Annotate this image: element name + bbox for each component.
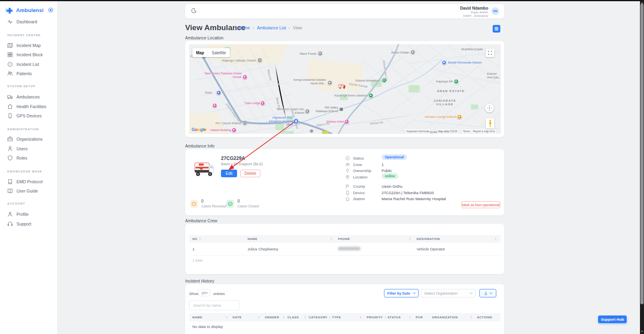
scrollbar[interactable]: ▲ ▼ [640,1,644,334]
map-pan-control[interactable] [485,104,494,113]
map-marker[interactable] [232,128,236,132]
map-poi-label[interactable]: Eldoret Arboretum [343,79,380,83]
map-poi-label[interactable]: IVC Church Eldoret [212,122,242,125]
map-transit-icon[interactable] [340,108,343,111]
sort-icon[interactable]: ▲▼ [495,238,497,240]
map-poi-label[interactable]: Highlands Mall, kangaroo booking office [268,116,293,127]
ambulance-location-marker[interactable] [293,119,299,124]
map-poi-label[interactable]: Asmara Lounge Eldoret [422,115,456,119]
dark-mode-toggle-icon[interactable] [191,8,197,15]
sidebar-item-incident-block[interactable]: Incident Block [0,50,58,59]
map-poi-label[interactable]: Kipchoge Keino stadium [331,94,367,98]
sidebar-item-roles[interactable]: Roles [0,154,58,162]
map-report-error-link[interactable]: Report a map error [472,129,496,133]
map-poi-label[interactable]: Majengo Catholic Church [216,59,256,63]
search-input[interactable] [189,300,239,310]
sort-icon[interactable]: ▲▼ [329,316,331,319]
open-book-icon [7,188,13,194]
google-logo[interactable]: Google [192,127,206,132]
sidebar-item-users[interactable]: Users [0,144,58,153]
map-marker[interactable] [411,50,415,54]
map-marker-hotel[interactable] [345,119,349,124]
breadcrumb-home-link[interactable]: Home [239,25,250,30]
sort-icon[interactable]: ▲▼ [283,316,285,319]
sort-icon[interactable]: ▲▼ [409,238,411,240]
sidebar-item-dashboard[interactable]: Dashboard [0,17,58,26]
sort-icon[interactable]: ▲▼ [258,316,260,319]
map-poi-label[interactable]: Tulia Lodge [241,102,260,105]
map-marker-restaurant[interactable] [457,115,462,119]
sort-icon[interactable]: ▲▼ [470,316,472,319]
sort-icon[interactable]: ▲▼ [409,316,411,319]
user-info[interactable]: David Ndambo Super-Admin EMKF - Ambulens… [460,6,488,18]
sort-icon[interactable]: ▲▼ [226,316,228,319]
sidebar-item-emd-protocol[interactable]: EMD Protocol [0,177,58,186]
sort-icon[interactable]: ▲▼ [330,238,332,240]
edit-button[interactable]: Edit [221,170,237,177]
map-poi-label[interactable]: Kapsoya hill [431,80,452,84]
sidebar-item-organizations[interactable]: Organizations [0,135,58,143]
sort-icon[interactable]: ▲▼ [199,238,201,240]
page-size-select[interactable]: 10 [198,289,211,296]
map-poi-label[interactable]: Kenya Industrial Estates - North Rift... [293,78,326,85]
scrollbar-thumb[interactable] [640,4,644,304]
delete-button[interactable]: Delete [240,170,260,177]
brand-name[interactable]: Ambulensi [16,7,43,13]
export-download-button[interactable] [479,289,496,297]
sidebar-item-gps-devices[interactable]: GPS Devices [0,111,58,120]
select-organization-dropdown[interactable]: Select Organization [421,289,475,297]
sidebar-item-incident-map[interactable]: Incident Map [0,41,58,50]
map-keyboard-shortcuts[interactable]: Keyboard shortcuts [406,129,430,133]
map-marker-lodging[interactable] [260,101,265,105]
section-label-crew: Ambulance Crew [185,218,217,223]
sidebar-item-support[interactable]: Support [0,219,58,228]
filter-by-date-dropdown[interactable]: Filter by Date [384,289,419,297]
sort-icon[interactable]: ▲▼ [304,316,306,319]
scrollbar-down-arrow[interactable]: ▼ [640,330,644,333]
map-marker-gas[interactable] [217,90,221,95]
map-marker-park[interactable] [454,79,458,84]
map-marker-lodging[interactable] [243,75,247,79]
breadcrumb-list-link[interactable]: Ambulance List [257,25,286,30]
sidebar-item-incident-list[interactable]: Incident List [0,60,58,69]
support-hub-button[interactable]: Support Hub [598,316,627,323]
avatar[interactable]: DN [491,7,499,15]
sidebar-item-user-guide[interactable]: User Guide [0,186,58,195]
sidebar-item-profile[interactable]: Profile [0,210,58,219]
map-marker-church[interactable] [258,58,262,62]
map-marker-church[interactable] [243,121,247,125]
sidebar-collapse-icon[interactable] [48,7,54,14]
map-terms-link[interactable]: Terms [462,129,471,133]
sidebar-item-ambulances[interactable]: Ambulances [0,92,58,101]
layout-grid-button[interactable] [493,25,500,33]
map-poi-label[interactable]: Hakimi Building [208,129,231,132]
sort-icon[interactable]: ▲▼ [360,316,362,319]
map-poi-label[interactable]: Bahati Wholesale Market [448,61,481,65]
map-poi-label[interactable]: Tahmeed Coach Ltd-Eldoret [276,108,304,115]
map-poi-label[interactable]: Mace Foods [286,52,316,56]
map-pegman-control[interactable] [486,118,494,129]
sidebar-item-patients[interactable]: Patients [0,69,58,78]
map-type-map-button[interactable]: Map [192,51,208,55]
map-fullscreen-button[interactable] [486,49,494,57]
map-poi-label[interactable]: Action Estate [375,51,409,55]
map-ambulance-vehicle[interactable] [338,84,346,89]
sort-icon[interactable]: ▲▼ [384,316,386,319]
map-marker[interactable] [305,109,310,113]
map-poi-label[interactable]: New Green Pastures Guest House [200,72,242,79]
map-marker-park[interactable] [382,78,386,82]
map-poi-label[interactable]: Shell [201,91,212,95]
map-poi-label[interactable]: Rift Valley Railways Eldoret [312,106,338,113]
map-type-satellite-button[interactable]: Satellite [208,51,230,55]
map-marker-store[interactable] [442,60,446,65]
crew-table-row[interactable]: 1 Julius Chepkwony Vehicle Operator [189,243,501,256]
map-marker[interactable] [328,80,332,85]
map-marker-stadium[interactable] [369,93,373,98]
map-poi-label[interactable]: Sirikwa Hotel [321,120,344,124]
map-transit-icon[interactable] [310,129,313,133]
map-marker[interactable] [213,103,217,108]
mark-non-operational-button[interactable]: Mark as Non-operational [461,201,500,208]
map-canvas[interactable]: Mitaa Rd Mitaa Rd Eldoret - Iten Rd Eldo… [189,44,501,134]
sidebar-item-health-facilities[interactable]: Health Facilities [0,102,58,111]
map-marker[interactable] [318,51,322,55]
